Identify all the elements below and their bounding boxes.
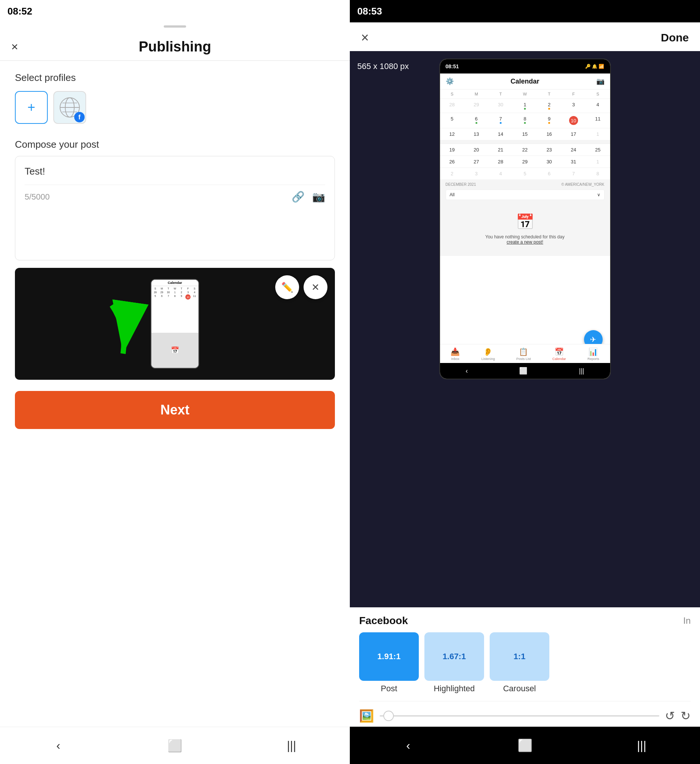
highlighted-ratio: 1.67:1 xyxy=(443,652,466,661)
compose-label: Compose your post xyxy=(15,139,335,150)
zoom-slider[interactable] xyxy=(380,715,659,717)
more-label: In xyxy=(683,615,691,626)
page-title: Publishing xyxy=(139,39,211,55)
avatar-inner: f xyxy=(54,92,85,123)
image-toolbar-icon[interactable]: 🖼️ xyxy=(359,709,374,723)
home-nav-right[interactable]: ⬜ xyxy=(510,734,540,756)
calendar-week-3: 12 13 14 15 16 17 1 xyxy=(440,128,610,140)
timezone-label: © AMERICA/NEW_YORK xyxy=(561,182,604,186)
no-schedule-section: 📅 You have nothing scheduled for this da… xyxy=(446,205,605,252)
facebook-header: Facebook In xyxy=(359,615,691,627)
back-icon-right: ‹ xyxy=(406,739,410,752)
recents-nav-phone[interactable]: ||| xyxy=(579,367,584,375)
image-option-post[interactable]: 1.91:1 Post xyxy=(359,632,419,694)
select-profiles-label: Select profiles xyxy=(15,72,335,83)
link-icon[interactable]: 🔗 xyxy=(292,191,305,203)
calendar-tab-icon: 📅 xyxy=(555,347,564,356)
phone-screen: 08:51 🔑 🔔 📶 ⚙️ Calendar 📷 S M T W T F S xyxy=(439,59,611,379)
left-panel: 08:52 × Publishing Select profiles + xyxy=(0,0,350,764)
facebook-badge: f xyxy=(74,112,84,122)
image-option-box-post: 1.91:1 xyxy=(359,632,419,681)
send-icon: ✈ xyxy=(590,335,596,344)
calendar-img-icon: 📅 xyxy=(171,346,179,354)
calendar-empty-icon: 📅 xyxy=(516,213,534,230)
profile-avatar-facebook[interactable]: f xyxy=(53,91,86,124)
tab-posts-list[interactable]: 📋 Posts List xyxy=(516,347,531,361)
tab-calendar[interactable]: 📅 Calendar xyxy=(552,347,566,361)
bottom-nav-left: ‹ ⬜ ||| xyxy=(0,727,350,764)
post-label: Post xyxy=(381,684,397,694)
phone-thumbnail: Calendar S M T W T F S 28 29 30 1 2 xyxy=(151,279,199,369)
top-bar-right: × Done xyxy=(350,22,700,51)
bottom-section-right: Facebook In 1.91:1 Post 1.67:1 Highlight… xyxy=(350,607,700,727)
content-area-left: Select profiles + f Compose xyxy=(0,61,350,727)
size-label: 565 x 1080 px xyxy=(357,61,409,71)
month-label: DECEMBER 2021 xyxy=(446,182,476,186)
phone-nav-bar: ‹ ⬜ ||| xyxy=(440,363,610,379)
green-arrow-svg xyxy=(82,298,157,372)
calendar-weeks: 28 29 30 1 2 3 4 5 6 7 8 9 10 11 xyxy=(440,99,610,140)
reports-icon: 📊 xyxy=(589,347,598,356)
done-button[interactable]: Done xyxy=(661,31,689,44)
close-button[interactable]: × xyxy=(11,40,18,54)
settings-icon[interactable]: ⚙️ xyxy=(446,77,454,85)
status-bar-right: 08:53 xyxy=(350,0,700,22)
cal-filter[interactable]: All ∨ xyxy=(446,189,605,200)
tab-reports[interactable]: 📊 Reports xyxy=(588,347,599,361)
rotate-right-icon[interactable]: ↻ xyxy=(681,709,691,723)
cal-mini-cell: S xyxy=(152,287,158,290)
image-preview-container: Calendar S M T W T F S 28 29 30 1 2 xyxy=(15,268,335,380)
calendar-mini: Calendar S M T W T F S 28 29 30 1 2 xyxy=(152,280,198,333)
rotate-left-icon[interactable]: ↺ xyxy=(665,709,675,723)
calendar-header-bar: ⚙️ Calendar 📷 xyxy=(440,74,610,89)
compose-box[interactable]: Test! 5/5000 🔗 📷 xyxy=(15,156,335,260)
post-ratio: 1.91:1 xyxy=(377,652,400,661)
menu-icon-right: ||| xyxy=(637,739,646,752)
back-nav-right[interactable]: ‹ xyxy=(394,734,423,756)
instagram-icon[interactable]: 📷 xyxy=(596,77,605,85)
tab-listening-label: Listening xyxy=(481,357,495,361)
home-nav-left[interactable]: ⬜ xyxy=(160,734,190,757)
home-icon-right: ⬜ xyxy=(518,738,533,752)
no-schedule-text: You have nothing scheduled for this day xyxy=(485,234,564,240)
menu-nav-left[interactable]: ||| xyxy=(277,734,306,757)
carousel-ratio: 1:1 xyxy=(514,652,525,661)
back-icon-left: ‹ xyxy=(56,739,60,752)
calendar-title: Calendar xyxy=(511,78,539,85)
calendar-week-1: 28 29 30 1 2 3 4 xyxy=(440,99,610,113)
remove-image-button[interactable]: ✕ xyxy=(303,275,327,299)
tab-inbox[interactable]: 📥 Inbox xyxy=(450,347,460,361)
cal-mini-cell: T xyxy=(165,287,172,290)
cal-mini-cell: F xyxy=(185,287,191,290)
close-right-button[interactable]: × xyxy=(361,30,369,45)
back-nav-phone[interactable]: ‹ xyxy=(466,367,468,375)
compose-text: Test! xyxy=(25,166,325,177)
phone-screen-container: 565 x 1080 px 08:51 🔑 🔔 📶 ⚙️ Calendar 📷 … xyxy=(350,51,700,607)
back-nav-left[interactable]: ‹ xyxy=(43,734,73,757)
phone-time: 08:51 xyxy=(446,63,459,69)
image-option-highlighted[interactable]: 1.67:1 Highlighted xyxy=(424,632,484,694)
plus-icon: + xyxy=(27,100,35,115)
next-button[interactable]: Next xyxy=(15,391,335,429)
image-option-carousel[interactable]: 1:1 Carousel xyxy=(490,632,549,694)
time-left: 08:52 xyxy=(8,6,33,17)
day-headers: S M T W T F S xyxy=(440,89,610,99)
highlighted-label: Highlighted xyxy=(434,684,475,694)
day-header-s2: S xyxy=(586,89,610,99)
create-post-link[interactable]: create a new post! xyxy=(506,240,543,245)
menu-nav-right[interactable]: ||| xyxy=(627,734,657,756)
inbox-icon: 📥 xyxy=(450,347,460,356)
carousel-label: Carousel xyxy=(503,684,536,694)
camera-icon[interactable]: 📷 xyxy=(312,191,325,203)
cal-mini-cell: M xyxy=(159,287,165,290)
drag-handle xyxy=(164,25,186,28)
top-bar-left: × Publishing xyxy=(0,31,350,61)
slider-thumb[interactable] xyxy=(383,711,394,721)
tab-listening[interactable]: 👂 Listening xyxy=(481,347,495,361)
home-nav-phone[interactable]: ⬜ xyxy=(519,367,527,375)
cal-mini-cell: S xyxy=(191,287,198,290)
tab-inbox-label: Inbox xyxy=(451,357,459,361)
add-profile-button[interactable]: + xyxy=(15,91,48,124)
image-option-box-highlighted: 1.67:1 xyxy=(424,632,484,681)
edit-image-button[interactable]: ✏️ xyxy=(275,275,299,299)
